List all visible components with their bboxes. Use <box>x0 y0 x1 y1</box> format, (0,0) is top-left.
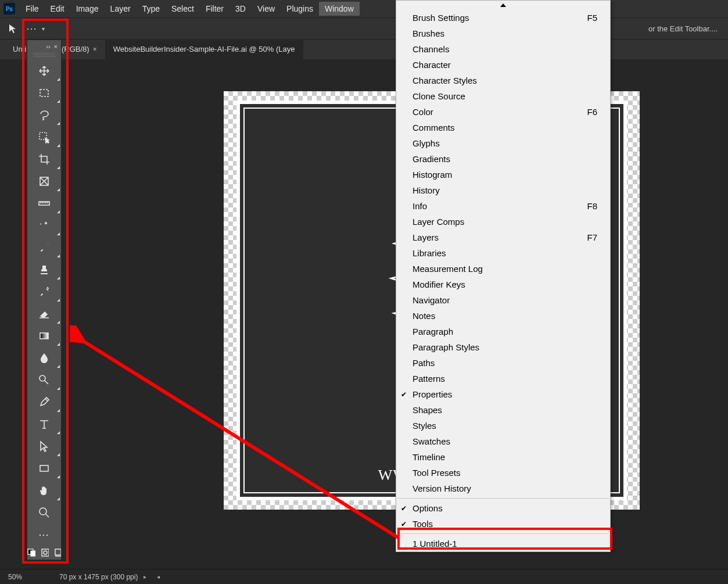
app-icon: Ps <box>3 3 15 15</box>
move-tool[interactable] <box>27 60 61 82</box>
menu-item-notes[interactable]: Notes <box>396 308 610 324</box>
eraser-tool[interactable] <box>27 303 61 325</box>
menu-image[interactable]: Image <box>70 2 105 16</box>
menu-item-glyphs[interactable]: Glyphs <box>396 135 610 151</box>
menu-item-modifier-keys[interactable]: Modifier Keys <box>396 277 610 292</box>
menu-edit[interactable]: Edit <box>45 2 70 16</box>
menu-item-label: History <box>413 185 440 195</box>
menu-item-brush-settings[interactable]: Brush SettingsF5 <box>396 10 610 26</box>
ruler-tool[interactable] <box>27 192 61 214</box>
menu-item-info[interactable]: InfoF8 <box>396 198 610 214</box>
close-icon[interactable]: × <box>93 45 97 53</box>
collapse-icon[interactable]: ›› <box>46 43 50 50</box>
menu-item-shapes[interactable]: Shapes <box>396 402 610 418</box>
menu-item-channels[interactable]: Channels <box>396 41 610 57</box>
wand-tool[interactable] <box>27 214 61 237</box>
hand-tool[interactable] <box>27 479 61 501</box>
quick-mask-icon[interactable] <box>41 549 49 557</box>
menu-item-version-history[interactable]: Version History <box>396 481 610 496</box>
menu-item-history[interactable]: History <box>396 182 610 198</box>
menu-item-character-styles[interactable]: Character Styles <box>396 73 610 88</box>
dodge-tool[interactable] <box>27 369 61 391</box>
menu-item-patterns[interactable]: Patterns <box>396 371 610 386</box>
menu-item-tools[interactable]: ✔Tools <box>396 516 610 532</box>
menu-item-timeline[interactable]: Timeline <box>396 449 610 465</box>
rectangle-tool[interactable] <box>27 457 61 479</box>
quick-select-tool[interactable] <box>27 126 61 148</box>
frame-tool[interactable] <box>27 170 61 192</box>
brush-tool[interactable] <box>27 237 61 259</box>
menu-plugins[interactable]: Plugins <box>281 2 319 16</box>
menu-item-styles[interactable]: Styles <box>396 418 610 433</box>
scroll-up-icon[interactable] <box>396 1 610 10</box>
menu-item-comments[interactable]: Comments <box>396 120 610 135</box>
history-brush-tool[interactable] <box>27 281 61 303</box>
type-tool[interactable] <box>27 413 61 435</box>
menu-item-1-untitled-1[interactable]: 1 Untitled-1 <box>396 536 610 551</box>
menu-item-properties[interactable]: ✔Properties <box>396 386 610 402</box>
tools-panel-header[interactable]: ›› × <box>27 40 61 53</box>
edit-toolbar[interactable]: ⋯ <box>27 524 61 546</box>
menu-shortcut: F7 <box>587 232 597 242</box>
menu-layer[interactable]: Layer <box>105 2 137 16</box>
menu-filter[interactable]: Filter <box>200 2 229 16</box>
menu-item-histogram[interactable]: Histogram <box>396 167 610 182</box>
menu-item-label: Patterns <box>413 374 445 384</box>
menu-file[interactable]: File <box>20 2 45 16</box>
menu-item-label: Tools <box>413 519 433 529</box>
zoom-tool[interactable] <box>27 501 61 524</box>
menu-item-paths[interactable]: Paths <box>396 355 610 371</box>
menu-separator <box>397 533 609 534</box>
menu-item-navigator[interactable]: Navigator <box>396 292 610 308</box>
menu-3d[interactable]: 3D <box>229 2 252 16</box>
menu-item-libraries[interactable]: Libraries <box>396 245 610 261</box>
tool-options-icon[interactable]: ⋯ <box>23 20 41 37</box>
chevron-left-icon[interactable]: ◂ <box>157 574 160 580</box>
chevron-right-icon[interactable]: ▸ <box>144 574 146 580</box>
tab-doc-2[interactable]: WebsiteBuilderInsider-Sample-AI-File.ai … <box>105 40 303 59</box>
blur-tool[interactable] <box>27 347 61 369</box>
screen-mode-icon[interactable] <box>55 549 61 557</box>
menu-item-label: Layer Comps <box>413 217 464 227</box>
pen-tool[interactable] <box>27 391 61 413</box>
tools-panel[interactable]: ›› × ⋯ <box>27 40 62 560</box>
menu-item-brushes[interactable]: Brushes <box>396 26 610 41</box>
fg-bg-swatch-icon[interactable] <box>27 549 35 557</box>
panel-grip[interactable] <box>33 53 55 58</box>
zoom-level[interactable]: 50% <box>8 573 56 581</box>
menu-item-clone-source[interactable]: Clone Source <box>396 88 610 104</box>
menu-item-label: Paragraph Styles <box>413 342 479 352</box>
menu-item-label: Styles <box>413 421 436 431</box>
path-select-tool[interactable] <box>27 435 61 457</box>
menu-item-label: Properties <box>413 389 452 399</box>
menu-type[interactable]: Type <box>137 2 166 16</box>
menu-select[interactable]: Select <box>166 2 200 16</box>
menu-item-swatches[interactable]: Swatches <box>396 433 610 449</box>
menu-view[interactable]: View <box>252 2 281 16</box>
menu-item-tool-presets[interactable]: Tool Presets <box>396 465 610 481</box>
menu-item-color[interactable]: ColorF6 <box>396 104 610 120</box>
stamp-tool[interactable] <box>27 259 61 281</box>
close-icon[interactable]: × <box>54 43 58 50</box>
menu-item-options[interactable]: ✔Options <box>396 500 610 516</box>
menu-item-paragraph[interactable]: Paragraph <box>396 324 610 339</box>
gradient-tool[interactable] <box>27 325 61 347</box>
svg-point-7 <box>40 508 46 515</box>
menu-item-character[interactable]: Character <box>396 57 610 73</box>
menu-item-label: Glyphs <box>413 138 440 148</box>
menu-item-paragraph-styles[interactable]: Paragraph Styles <box>396 339 610 355</box>
document-tabs: Unti @ 16.7% (RGB/8) × WebsiteBuilderIns… <box>0 40 728 59</box>
menu-item-layers[interactable]: LayersF7 <box>396 230 610 245</box>
menu-item-gradients[interactable]: Gradients <box>396 151 610 167</box>
menu-window[interactable]: Window <box>319 2 360 16</box>
menu-item-label: Clone Source <box>413 91 465 101</box>
chevron-down-icon[interactable]: ▾ <box>42 26 45 32</box>
menu-shortcut: F5 <box>587 13 597 23</box>
menu-item-layer-comps[interactable]: Layer Comps <box>396 214 610 230</box>
menu-item-measurement-log[interactable]: Measurement Log <box>396 261 610 277</box>
crop-tool[interactable] <box>27 148 61 170</box>
lasso-tool[interactable] <box>27 104 61 126</box>
menu-item-label: Brushes <box>413 28 444 38</box>
marquee-tool[interactable] <box>27 82 61 104</box>
svg-rect-6 <box>40 465 48 471</box>
